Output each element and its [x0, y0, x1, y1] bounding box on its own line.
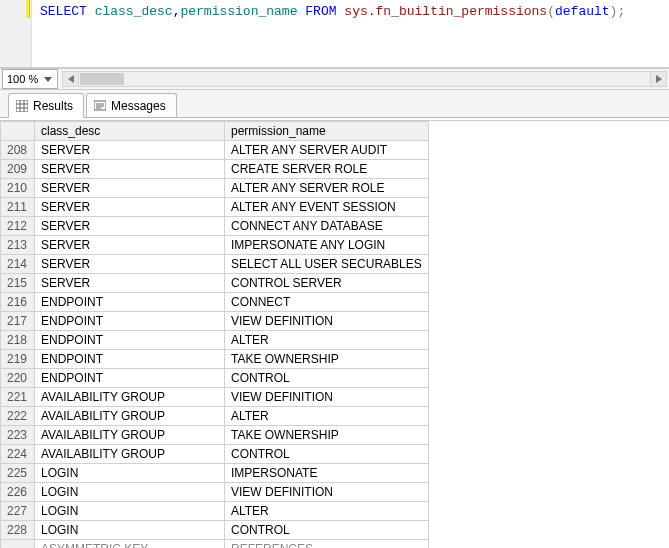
- horizontal-scrollbar[interactable]: [62, 71, 667, 87]
- header-rownum[interactable]: [1, 122, 35, 141]
- table-row[interactable]: 214SERVERSELECT ALL USER SECURABLES: [1, 255, 429, 274]
- table-row[interactable]: 223AVAILABILITY GROUPTAKE OWNERSHIP: [1, 426, 429, 445]
- table-row[interactable]: 227LOGINALTER: [1, 502, 429, 521]
- query-editor[interactable]: SELECT class_desc,permission_name FROM s…: [0, 0, 669, 68]
- close-paren: );: [610, 4, 626, 19]
- table-row[interactable]: 225LOGINIMPERSONATE: [1, 464, 429, 483]
- table-row[interactable]: 217ENDPOINTVIEW DEFINITION: [1, 312, 429, 331]
- cell-class-desc: ENDPOINT: [35, 312, 225, 331]
- cell-class-desc: SERVER: [35, 179, 225, 198]
- table-row[interactable]: 219ENDPOINTTAKE OWNERSHIP: [1, 350, 429, 369]
- cell-class-desc: AVAILABILITY GROUP: [35, 388, 225, 407]
- cell-rownum: 212: [1, 217, 35, 236]
- results-grid-wrap[interactable]: class_desc permission_name 208SERVERALTE…: [0, 120, 669, 548]
- cell-class-desc: ENDPOINT: [35, 331, 225, 350]
- table-row[interactable]: 208SERVERALTER ANY SERVER AUDIT: [1, 141, 429, 160]
- cell-permission-name: CONNECT ANY DATABASE: [225, 217, 429, 236]
- cell-rownum: 226: [1, 483, 35, 502]
- cell-rownum: 214: [1, 255, 35, 274]
- results-grid[interactable]: class_desc permission_name 208SERVERALTE…: [0, 121, 429, 548]
- keyword-select: SELECT: [40, 4, 87, 19]
- cell-permission-name: ALTER ANY SERVER ROLE: [225, 179, 429, 198]
- column-permission-name: permission_name: [180, 4, 297, 19]
- scroll-thumb[interactable]: [80, 73, 124, 85]
- cell-rownum: 213: [1, 236, 35, 255]
- table-row[interactable]: 212SERVERCONNECT ANY DATABASE: [1, 217, 429, 236]
- table-row[interactable]: 210SERVERALTER ANY SERVER ROLE: [1, 179, 429, 198]
- cell-class-desc: LOGIN: [35, 521, 225, 540]
- cell-class-desc: SERVER: [35, 236, 225, 255]
- cell-rownum: 217: [1, 312, 35, 331]
- results-grid-icon: [15, 99, 29, 113]
- cell-permission-name: CREATE SERVER ROLE: [225, 160, 429, 179]
- cell-permission-name: SELECT ALL USER SECURABLES: [225, 255, 429, 274]
- cell-rownum: 228: [1, 521, 35, 540]
- header-class-desc[interactable]: class_desc: [35, 122, 225, 141]
- header-permission-name[interactable]: permission_name: [225, 122, 429, 141]
- scroll-left-icon[interactable]: [63, 72, 79, 86]
- cell-class-desc: AVAILABILITY GROUP: [35, 426, 225, 445]
- svg-rect-0: [16, 100, 28, 112]
- cell-permission-name: CONTROL: [225, 521, 429, 540]
- cell-permission-name: ALTER: [225, 502, 429, 521]
- tab-results[interactable]: Results: [8, 93, 84, 118]
- table-row[interactable]: 215SERVERCONTROL SERVER: [1, 274, 429, 293]
- messages-icon: [93, 99, 107, 113]
- cell-rownum: 219: [1, 350, 35, 369]
- cell-class-desc: ENDPOINT: [35, 293, 225, 312]
- keyword-default: default: [555, 4, 610, 19]
- change-marker: [26, 0, 30, 18]
- tab-messages-label: Messages: [111, 99, 166, 113]
- table-row[interactable]: 218ENDPOINTALTER: [1, 331, 429, 350]
- tab-messages[interactable]: Messages: [86, 93, 177, 117]
- cell-permission-name: VIEW DEFINITION: [225, 388, 429, 407]
- cell-permission-name: IMPERSONATE ANY LOGIN: [225, 236, 429, 255]
- cell-permission-name: REFERENCES: [225, 540, 429, 549]
- cell-rownum: 216: [1, 293, 35, 312]
- cell-class-desc: SERVER: [35, 255, 225, 274]
- line-gutter: [0, 0, 32, 67]
- table-row[interactable]: 209SERVERCREATE SERVER ROLE: [1, 160, 429, 179]
- zoom-dropdown[interactable]: 100 %: [2, 69, 58, 89]
- cell-permission-name: ALTER ANY SERVER AUDIT: [225, 141, 429, 160]
- cell-class-desc: SERVER: [35, 198, 225, 217]
- grid-header-row: class_desc permission_name: [1, 122, 429, 141]
- keyword-from: FROM: [305, 4, 336, 19]
- open-paren: (: [547, 4, 555, 19]
- cell-permission-name: TAKE OWNERSHIP: [225, 350, 429, 369]
- zoom-scroll-strip: 100 %: [0, 68, 669, 90]
- cell-rownum: 225: [1, 464, 35, 483]
- cell-permission-name: ALTER: [225, 331, 429, 350]
- cell-permission-name: CONTROL SERVER: [225, 274, 429, 293]
- cell-class-desc: LOGIN: [35, 502, 225, 521]
- cell-class-desc: ASYMMETRIC KEY: [35, 540, 225, 549]
- table-row[interactable]: 221AVAILABILITY GROUPVIEW DEFINITION: [1, 388, 429, 407]
- table-row[interactable]: 228LOGINCONTROL: [1, 521, 429, 540]
- table-row-partial[interactable]: ASYMMETRIC KEYREFERENCES: [1, 540, 429, 549]
- cell-rownum: 220: [1, 369, 35, 388]
- table-row[interactable]: 224AVAILABILITY GROUPCONTROL: [1, 445, 429, 464]
- cell-permission-name: ALTER ANY EVENT SESSION: [225, 198, 429, 217]
- table-row[interactable]: 216ENDPOINTCONNECT: [1, 293, 429, 312]
- cell-class-desc: ENDPOINT: [35, 350, 225, 369]
- cell-rownum: 209: [1, 160, 35, 179]
- table-row[interactable]: 220ENDPOINTCONTROL: [1, 369, 429, 388]
- table-row[interactable]: 213SERVERIMPERSONATE ANY LOGIN: [1, 236, 429, 255]
- table-row[interactable]: 222AVAILABILITY GROUPALTER: [1, 407, 429, 426]
- table-row[interactable]: 211SERVERALTER ANY EVENT SESSION: [1, 198, 429, 217]
- cell-permission-name: VIEW DEFINITION: [225, 483, 429, 502]
- function-name: sys.fn_builtin_permissions: [344, 4, 547, 19]
- scroll-right-icon[interactable]: [650, 72, 666, 86]
- cell-rownum: 221: [1, 388, 35, 407]
- tab-results-label: Results: [33, 99, 73, 113]
- cell-class-desc: AVAILABILITY GROUP: [35, 407, 225, 426]
- table-row[interactable]: 226LOGINVIEW DEFINITION: [1, 483, 429, 502]
- chevron-down-icon: [41, 74, 55, 86]
- cell-permission-name: CONTROL: [225, 369, 429, 388]
- cell-permission-name: TAKE OWNERSHIP: [225, 426, 429, 445]
- result-tabs: Results Messages: [0, 90, 669, 118]
- cell-rownum: [1, 540, 35, 549]
- query-text[interactable]: SELECT class_desc,permission_name FROM s…: [32, 0, 633, 67]
- cell-class-desc: ENDPOINT: [35, 369, 225, 388]
- cell-rownum: 223: [1, 426, 35, 445]
